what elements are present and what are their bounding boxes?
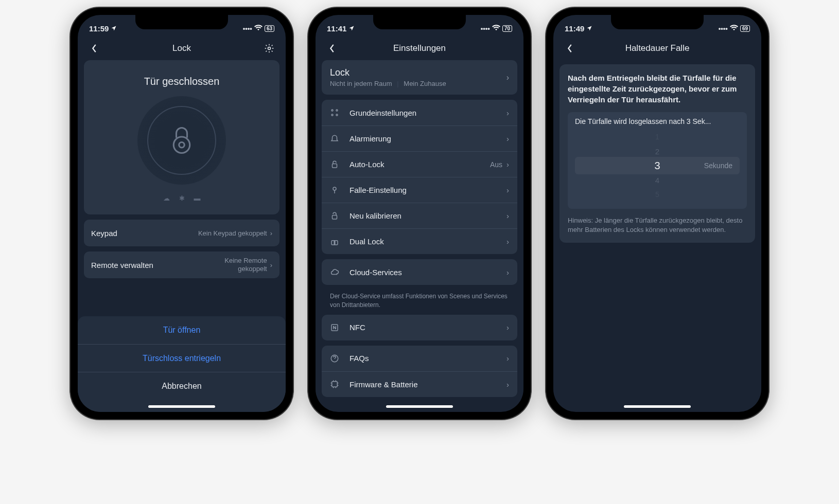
unlock-button[interactable]: Türschloss entriegeln — [78, 344, 286, 372]
status-bar: 11:41 •••• 70 — [316, 15, 523, 37]
signal-icon: •••• — [481, 25, 490, 32]
svg-point-5 — [331, 114, 333, 116]
keypad-label: Keypad — [91, 229, 117, 238]
chevron-right-icon: › — [270, 261, 272, 269]
picker-unit: Sekunde — [704, 161, 732, 170]
settings-group-nfc: NFC › — [322, 315, 517, 340]
settings-group-info: FAQs › Firmware & Batterie › — [322, 346, 517, 397]
cloud-note: Der Cloud-Service umfasst Funktionen von… — [322, 290, 517, 315]
chevron-right-icon: › — [506, 109, 509, 117]
row-recalibrate[interactable]: Neu kalibrieren › — [322, 203, 517, 228]
home-indicator[interactable] — [624, 405, 691, 408]
chevron-right-icon: › — [506, 134, 509, 143]
picker-option: 2 — [575, 144, 740, 158]
phone-latch-duration-screen: 11:49 •••• 69 Haltedauer Falle — [546, 8, 768, 419]
chevron-right-icon: › — [506, 354, 509, 363]
row-nfc[interactable]: NFC › — [322, 315, 517, 340]
chevron-right-icon: › — [506, 323, 509, 332]
lock-button[interactable] — [137, 96, 226, 185]
cancel-button[interactable]: Abbrechen — [78, 372, 286, 400]
info-note: Hinweis: Je länger die Türfalle zurückge… — [568, 216, 747, 235]
back-button[interactable] — [86, 44, 102, 53]
svg-point-6 — [336, 114, 338, 116]
row-autolock[interactable]: Auto-Lock Aus › — [322, 151, 517, 177]
lock-hero: Tür geschlossen ☁ ✱ ▬ — [84, 60, 279, 214]
autolock-value: Aus — [490, 160, 502, 169]
wifi-icon — [492, 25, 500, 32]
settings-group-main: Grundeinstellungen › Alarmierung › Auto-… — [322, 100, 517, 254]
chevron-right-icon: › — [506, 211, 509, 220]
wifi-icon — [254, 25, 263, 32]
duration-picker[interactable]: 1 2 3 4 5 Sekunde — [575, 130, 740, 202]
svg-rect-14 — [332, 382, 338, 387]
help-icon — [330, 354, 343, 363]
svg-point-2 — [179, 142, 185, 148]
row-duallock[interactable]: Dual Lock › — [322, 228, 517, 254]
info-card: Nach dem Entriegeln bleibt die Türfalle … — [560, 64, 755, 243]
page-title: Haltedauer Falle — [578, 43, 737, 53]
device-home: Mein Zuhause — [404, 80, 446, 87]
home-indicator[interactable] — [386, 405, 453, 408]
cloud-icon: ☁ — [163, 194, 170, 202]
bell-icon — [330, 134, 343, 143]
phone-settings-screen: 11:41 •••• 70 Einstellungen — [308, 8, 531, 419]
battery-icon: 63 — [265, 25, 274, 32]
settings-button[interactable] — [261, 43, 277, 53]
signal-icon: •••• — [719, 25, 728, 32]
svg-point-8 — [333, 187, 336, 190]
picker-box: Die Türfalle wird losgelassen nach 3 Sek… — [568, 112, 747, 209]
chevron-right-icon: › — [506, 268, 509, 277]
row-firmware[interactable]: Firmware & Batterie › — [322, 371, 517, 397]
device-room: Nicht in jedem Raum — [330, 80, 392, 87]
grid-icon — [330, 108, 343, 117]
svg-rect-9 — [333, 215, 337, 219]
svg-point-0 — [268, 47, 271, 50]
picker-option: 1 — [575, 130, 740, 144]
cloud-icon — [330, 267, 343, 277]
picker-label: Die Türfalle wird losgelassen nach 3 Sek… — [575, 117, 740, 125]
row-alarm[interactable]: Alarmierung › — [322, 125, 517, 151]
open-door-button[interactable]: Tür öffnen — [78, 316, 286, 344]
chevron-right-icon: › — [506, 380, 509, 389]
svg-point-3 — [331, 110, 333, 111]
clock: 11:59 — [89, 24, 109, 33]
row-latch[interactable]: Falle-Einstellung › — [322, 177, 517, 203]
nfc-icon — [330, 323, 343, 332]
nav-bar: Haltedauer Falle — [553, 37, 761, 60]
keypad-row[interactable]: Keypad Kein Keypad gekoppelt › — [84, 220, 279, 246]
chevron-right-icon: › — [506, 186, 509, 194]
phone-lock-screen: 11:59 •••• 63 Lock — [71, 8, 293, 419]
svg-point-1 — [173, 137, 190, 153]
bluetooth-icon: ✱ — [179, 194, 185, 202]
picker-option: 5 — [575, 187, 740, 202]
battery-icon: 70 — [502, 25, 512, 32]
nav-bar: Einstellungen — [316, 37, 523, 60]
svg-point-4 — [336, 110, 338, 111]
recalibrate-icon — [330, 211, 343, 221]
remote-label: Remote verwalten — [91, 261, 153, 269]
row-basics[interactable]: Grundeinstellungen › — [322, 100, 517, 125]
door-status: Tür geschlossen — [144, 76, 220, 87]
chevron-right-icon: › — [506, 160, 509, 169]
autolock-icon — [330, 160, 343, 169]
firmware-icon — [330, 380, 343, 389]
row-cloud[interactable]: Cloud-Services › — [322, 259, 517, 285]
info-heading: Nach dem Entriegeln bleibt die Türfalle … — [568, 73, 747, 105]
back-button[interactable] — [562, 44, 578, 53]
connection-icons: ☁ ✱ ▬ — [163, 194, 201, 202]
remote-row[interactable]: Remote verwalten Keine Remote gekoppelt … — [84, 251, 279, 278]
page-title: Lock — [102, 43, 261, 53]
clock: 11:41 — [327, 24, 346, 33]
latch-icon — [330, 186, 343, 195]
home-indicator[interactable] — [148, 405, 215, 408]
battery-icon: ▬ — [194, 194, 201, 202]
signal-icon: •••• — [243, 25, 252, 32]
page-title: Einstellungen — [340, 43, 499, 53]
back-button[interactable] — [324, 44, 340, 53]
row-faqs[interactable]: FAQs › — [322, 346, 517, 371]
clock: 11:49 — [565, 24, 584, 33]
remote-trail1: Keine Remote — [224, 257, 267, 265]
location-icon — [586, 24, 592, 33]
device-card[interactable]: Lock Nicht in jedem Raum | Mein Zuhause … — [322, 60, 517, 95]
picker-option: 4 — [575, 173, 740, 187]
